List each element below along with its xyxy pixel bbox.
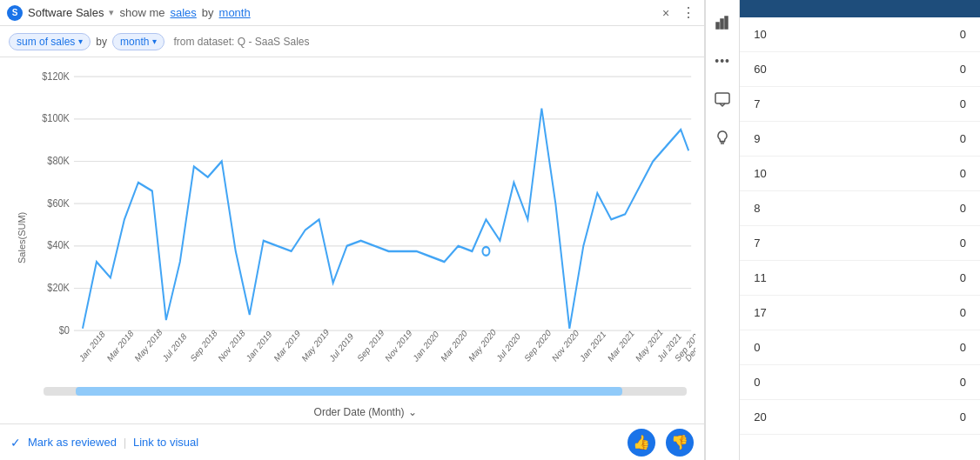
y-axis-label: Sales(SUM) bbox=[9, 66, 35, 383]
svg-text:$120K: $120K bbox=[42, 70, 70, 83]
svg-point-38 bbox=[482, 247, 489, 256]
scrollbar-track[interactable] bbox=[44, 387, 687, 396]
by-text: by bbox=[202, 6, 214, 19]
right-row: 11 0 bbox=[740, 261, 980, 296]
separator: | bbox=[124, 437, 126, 449]
svg-rect-42 bbox=[715, 93, 729, 103]
dropdown-arrow[interactable]: ▾ bbox=[109, 7, 114, 18]
svg-text:Mar 2019: Mar 2019 bbox=[272, 328, 302, 363]
header-bar: S Software Sales ▾ show me sales by mont… bbox=[0, 0, 704, 26]
right-row-number: 20 bbox=[754, 410, 949, 423]
svg-text:$80K: $80K bbox=[47, 154, 70, 167]
app-title: Software Sales bbox=[28, 6, 104, 19]
right-rows: 10 0 60 0 7 0 9 0 10 0 8 0 7 0 11 0 17 0… bbox=[740, 17, 980, 460]
sales-link[interactable]: sales bbox=[170, 6, 196, 19]
right-row-number: 17 bbox=[754, 306, 949, 319]
side-icons-panel: ••• bbox=[705, 0, 740, 460]
svg-text:$40K: $40K bbox=[47, 238, 70, 251]
right-row-number: 60 bbox=[754, 63, 949, 76]
right-row-value: 0 bbox=[949, 306, 966, 319]
link-to-visual-link[interactable]: Link to visual bbox=[133, 436, 198, 449]
right-row-value: 0 bbox=[949, 28, 966, 41]
right-row-value: 0 bbox=[949, 341, 966, 354]
svg-text:Jan 2021: Jan 2021 bbox=[579, 329, 607, 364]
by-label: by bbox=[96, 36, 107, 48]
right-row-number: 9 bbox=[754, 132, 949, 145]
month-link[interactable]: month bbox=[219, 6, 251, 19]
right-row: 7 0 bbox=[740, 87, 980, 122]
right-row-number: 7 bbox=[754, 97, 949, 110]
svg-text:May 2018: May 2018 bbox=[133, 326, 164, 363]
right-row-value: 0 bbox=[949, 376, 966, 389]
month-pill[interactable]: month ▾ bbox=[112, 33, 164, 50]
svg-text:May 2019: May 2019 bbox=[300, 326, 331, 363]
bar-chart-icon[interactable] bbox=[708, 9, 736, 37]
right-row-value: 0 bbox=[949, 271, 966, 284]
svg-text:Jul 2020: Jul 2020 bbox=[495, 330, 522, 363]
right-row-number: 0 bbox=[754, 341, 949, 354]
right-row: 0 0 bbox=[740, 330, 980, 365]
right-row: 7 0 bbox=[740, 226, 980, 261]
right-row-number: 11 bbox=[754, 271, 949, 284]
bulb-icon[interactable] bbox=[708, 123, 736, 151]
svg-text:$20K: $20K bbox=[47, 281, 70, 294]
right-row-value: 0 bbox=[949, 237, 966, 250]
comment-icon[interactable] bbox=[708, 85, 736, 113]
svg-text:Nov 2019: Nov 2019 bbox=[384, 327, 413, 363]
more-dots-icon[interactable]: ••• bbox=[708, 47, 736, 75]
right-header-bar bbox=[740, 0, 980, 17]
right-row-number: 10 bbox=[754, 28, 949, 41]
sum-of-sales-pill[interactable]: sum of sales ▾ bbox=[9, 33, 91, 50]
svg-text:Jan 2018: Jan 2018 bbox=[77, 329, 106, 364]
scrollbar-thumb[interactable] bbox=[76, 387, 622, 396]
thumbs-up-icon: 👍 bbox=[633, 434, 650, 450]
more-button[interactable]: ⋮ bbox=[680, 4, 697, 22]
line-chart: $120K $100K $80K $60K $40K $20K $0 Jan 2… bbox=[35, 66, 695, 383]
svg-text:Mar 2021: Mar 2021 bbox=[607, 328, 636, 363]
thumbs-up-button[interactable]: 👍 bbox=[628, 429, 655, 457]
thumbs-down-button[interactable]: 👎 bbox=[666, 429, 694, 457]
right-row-value: 0 bbox=[949, 410, 966, 423]
x-axis-label: Order Date (Month) ⌄ bbox=[9, 403, 695, 423]
right-row-value: 0 bbox=[949, 132, 966, 145]
svg-rect-41 bbox=[725, 17, 728, 29]
svg-text:Mar 2020: Mar 2020 bbox=[440, 328, 469, 363]
footer-bar: ✓ Mark as reviewed | Link to visual 👍 👎 bbox=[0, 423, 704, 460]
right-row-number: 8 bbox=[754, 202, 949, 215]
svg-text:Jul 2019: Jul 2019 bbox=[328, 330, 355, 363]
show-me-text: show me bbox=[119, 6, 164, 19]
right-row: 0 0 bbox=[740, 365, 980, 400]
right-row-number: 7 bbox=[754, 237, 949, 250]
right-row: 60 0 bbox=[740, 52, 980, 87]
logo-icon: S bbox=[7, 5, 23, 21]
chart-area: Sales(SUM) $120K $100K $80K $60K $ bbox=[0, 57, 704, 423]
chart-inner: $120K $100K $80K $60K $40K $20K $0 Jan 2… bbox=[35, 66, 695, 383]
svg-rect-39 bbox=[716, 23, 719, 29]
scrollbar-area[interactable] bbox=[9, 383, 695, 403]
right-row-number: 10 bbox=[754, 167, 949, 180]
svg-text:Sep 2020: Sep 2020 bbox=[523, 327, 553, 363]
svg-text:Jan 2020: Jan 2020 bbox=[412, 329, 440, 364]
right-row: 20 0 bbox=[740, 400, 980, 435]
right-row: 8 0 bbox=[740, 191, 980, 226]
chevron-down-icon[interactable]: ⌄ bbox=[408, 406, 417, 418]
svg-text:Mar 2018: Mar 2018 bbox=[105, 328, 135, 363]
svg-text:Sep 2019: Sep 2019 bbox=[356, 327, 386, 363]
svg-rect-40 bbox=[721, 19, 723, 29]
mark-as-reviewed-link[interactable]: Mark as reviewed bbox=[28, 436, 117, 449]
main-panel: S Software Sales ▾ show me sales by mont… bbox=[0, 0, 705, 460]
dataset-text: from dataset: Q - SaaS Sales bbox=[173, 36, 309, 48]
thumbs-down-icon: 👎 bbox=[671, 434, 688, 450]
svg-text:Sep 2018: Sep 2018 bbox=[189, 327, 218, 363]
chart-wrapper: Sales(SUM) $120K $100K $80K $60K $ bbox=[9, 66, 695, 383]
svg-text:May 2020: May 2020 bbox=[467, 326, 498, 363]
right-row: 10 0 bbox=[740, 17, 980, 52]
right-row-value: 0 bbox=[949, 97, 966, 110]
right-row: 9 0 bbox=[740, 122, 980, 157]
svg-text:Nov 2020: Nov 2020 bbox=[551, 327, 581, 363]
svg-text:$0: $0 bbox=[59, 323, 70, 337]
filter-bar: sum of sales ▾ by month ▾ from dataset: … bbox=[0, 26, 704, 57]
right-row: 17 0 bbox=[740, 296, 980, 330]
right-row-value: 0 bbox=[949, 202, 966, 215]
close-button[interactable]: × bbox=[657, 4, 675, 22]
